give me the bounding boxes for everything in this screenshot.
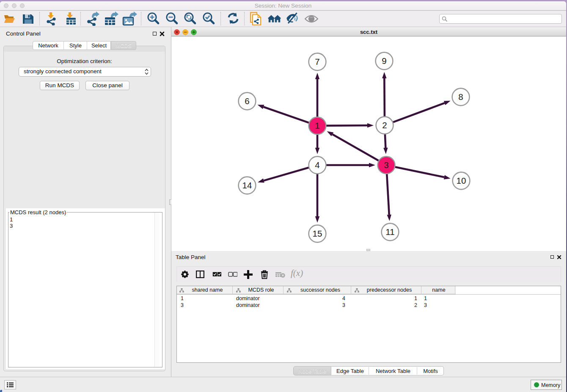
svg-text:10: 10 [457,176,466,185]
svg-text:3: 3 [384,160,388,170]
svg-text:4: 4 [315,160,319,170]
svg-text:14: 14 [242,180,252,190]
svg-text:1: 1 [315,121,319,130]
svg-text:9: 9 [382,56,386,66]
svg-text:2: 2 [382,120,387,130]
svg-text:7: 7 [315,57,319,66]
svg-text:6: 6 [245,96,249,106]
svg-text:11: 11 [385,227,394,237]
svg-text:15: 15 [313,229,322,238]
svg-text:8: 8 [458,92,463,102]
